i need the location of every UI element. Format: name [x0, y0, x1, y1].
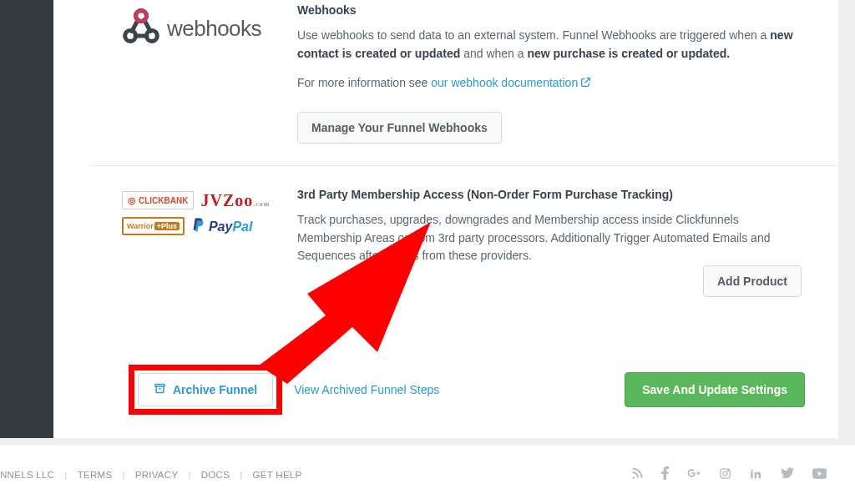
- footer-links: NNELS LLC | TERMS | PRIVACY | DOCS | GET…: [0, 470, 302, 480]
- youtube-icon[interactable]: [812, 467, 827, 481]
- webhooks-logo-col: webhooks: [122, 3, 297, 144]
- page-footer: NNELS LLC | TERMS | PRIVACY | DOCS | GET…: [0, 444, 855, 504]
- section-webhooks: webhooks Webhooks Use webhooks to send d…: [90, 0, 838, 165]
- third-party-desc: Track purchases, upgrades, downgrades an…: [297, 211, 798, 265]
- instagram-icon[interactable]: [719, 467, 731, 482]
- archive-highlight-box: Archive Funnel: [129, 365, 282, 415]
- archive-icon: [154, 382, 166, 397]
- footer-help[interactable]: GET HELP: [252, 470, 301, 480]
- third-party-logos: CLICKBANK JVZoo.com Warrior+Plus PayPal: [122, 191, 272, 237]
- facebook-icon[interactable]: [661, 466, 669, 482]
- third-party-logo-col: CLICKBANK JVZoo.com Warrior+Plus PayPal: [122, 188, 297, 277]
- jvzoo-logo: JVZoo.com: [200, 191, 270, 210]
- webhooks-logo-text: webhooks: [167, 16, 261, 42]
- google-plus-icon[interactable]: [687, 466, 701, 482]
- left-sidebar: [0, 0, 53, 438]
- settings-panel: webhooks Webhooks Use webhooks to send d…: [90, 0, 838, 438]
- webhooks-body: Webhooks Use webhooks to send data to an…: [297, 3, 807, 144]
- webhooks-logo: webhooks: [122, 7, 297, 51]
- svg-point-3: [136, 11, 147, 22]
- webhook-doc-link[interactable]: our webhook documentation: [431, 76, 591, 89]
- add-product-button[interactable]: Add Product: [703, 265, 802, 297]
- app-viewport: webhooks Webhooks Use webhooks to send d…: [0, 0, 855, 504]
- webhooks-desc-1: Use webhooks to send data to an external…: [297, 27, 798, 63]
- archive-funnel-button[interactable]: Archive Funnel: [138, 373, 273, 406]
- webhooks-heading: Webhooks: [297, 3, 798, 17]
- view-archived-link[interactable]: View Archived Funnel Steps: [294, 383, 439, 396]
- manage-webhooks-button[interactable]: Manage Your Funnel Webhooks: [297, 112, 502, 144]
- footer-docs[interactable]: DOCS: [201, 470, 230, 480]
- footer-terms[interactable]: TERMS: [78, 470, 113, 480]
- svg-point-7: [723, 471, 727, 476]
- webhooks-icon: [122, 7, 160, 51]
- bottom-action-bar: Archive Funnel View Archived Funnel Step…: [90, 365, 838, 415]
- third-party-body: 3rd Party Membership Access (Non-Order F…: [297, 188, 807, 277]
- rss-icon[interactable]: [630, 467, 643, 482]
- external-link-icon: [580, 75, 591, 93]
- paypal-logo: PayPal: [191, 217, 252, 237]
- footer-social: [630, 466, 827, 482]
- svg-point-8: [727, 470, 728, 471]
- save-settings-button[interactable]: Save And Update Settings: [625, 372, 805, 407]
- linkedin-icon[interactable]: [750, 467, 762, 482]
- panel-gutter: [53, 0, 90, 438]
- twitter-icon[interactable]: [781, 467, 794, 481]
- svg-rect-4: [155, 385, 164, 387]
- warriorplus-logo: Warrior+Plus: [122, 217, 185, 235]
- footer-privacy[interactable]: PRIVACY: [135, 470, 179, 480]
- webhooks-desc-2: For more information see our webhook doc…: [297, 74, 798, 93]
- footer-company[interactable]: NNELS LLC: [0, 470, 54, 480]
- third-party-heading: 3rd Party Membership Access (Non-Order F…: [297, 188, 798, 201]
- paypal-icon: [191, 217, 206, 237]
- clickbank-logo: CLICKBANK: [122, 191, 194, 209]
